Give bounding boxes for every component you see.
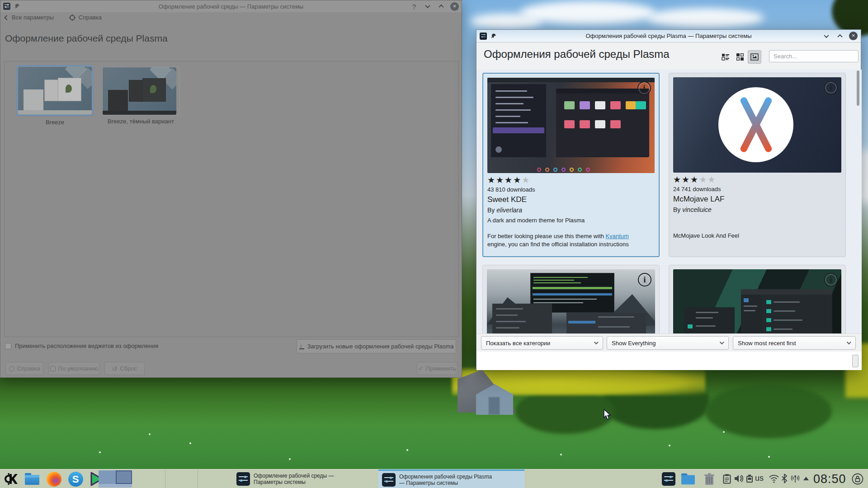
arrow-up-icon bbox=[803, 476, 809, 481]
help-icon bbox=[9, 366, 14, 371]
wifi-icon bbox=[769, 474, 779, 483]
theme-list: i ★★★★★ 43 810 downloads Sweet KDE By el… bbox=[476, 70, 862, 333]
pager-strip bbox=[99, 484, 132, 488]
firefox-launcher[interactable] bbox=[46, 471, 61, 487]
theme-card-mcmojave[interactable]: i ★★★★★ 24 741 downloads McMojave LAF By… bbox=[669, 73, 846, 257]
strip-scroll-handle[interactable] bbox=[852, 355, 859, 367]
theme-title: Sweet KDE bbox=[487, 195, 655, 204]
status-strip bbox=[476, 352, 862, 370]
kde-application-launcher[interactable] bbox=[3, 471, 18, 487]
network-antenna-icon[interactable] bbox=[791, 474, 800, 483]
bushes bbox=[705, 384, 832, 438]
view-icons-button[interactable] bbox=[733, 50, 747, 64]
desktop-1-cell[interactable] bbox=[99, 470, 116, 484]
desktop-2-cell[interactable] bbox=[116, 470, 132, 484]
sort-order-dropdown[interactable]: Show most recent first bbox=[733, 336, 856, 350]
info-icon[interactable]: i bbox=[637, 81, 651, 95]
kvantum-link[interactable]: Kvantum bbox=[606, 233, 629, 239]
theme-author: By vinceliuice bbox=[673, 206, 841, 213]
minimize-button[interactable] bbox=[437, 2, 446, 11]
digital-clock[interactable]: 08:50 bbox=[813, 472, 846, 486]
reset-button[interactable]: ↺ Сброс bbox=[104, 362, 145, 375]
dolphin-file-manager-launcher[interactable] bbox=[24, 471, 40, 487]
downloads-count: 43 810 downloads bbox=[487, 186, 655, 193]
apply-widget-layout-row[interactable]: Применить расположение виджетов из оформ… bbox=[5, 343, 158, 349]
task-button-system-settings[interactable]: Оформление рабочей среды — Параметры сис… bbox=[233, 469, 371, 488]
all-settings-back-button[interactable]: Все параметры bbox=[5, 14, 54, 21]
close-button[interactable]: × bbox=[450, 2, 459, 11]
download-icon bbox=[299, 343, 304, 349]
volume-icon bbox=[734, 474, 744, 483]
expand-tray-arrow[interactable] bbox=[803, 476, 809, 481]
close-button[interactable]: × bbox=[849, 32, 858, 40]
volume-icon[interactable] bbox=[734, 474, 744, 483]
view-preview-icon bbox=[750, 52, 759, 61]
titlebar[interactable]: Оформление рабочей среды — Параметры сис… bbox=[0, 0, 462, 12]
folder-icon bbox=[24, 472, 40, 486]
show-filter-dropdown[interactable]: Show Everything bbox=[607, 336, 729, 350]
filter-bar: Показать все категории Show Everything S… bbox=[476, 333, 862, 352]
view-details-button[interactable] bbox=[719, 50, 732, 64]
help-button[interactable]: ? bbox=[410, 2, 419, 11]
trash-icon bbox=[703, 473, 715, 485]
info-icon[interactable]: i bbox=[824, 273, 838, 286]
window-title: Оформление рабочей среды — Параметры сис… bbox=[0, 3, 462, 10]
task-button-get-new-themes[interactable]: Оформления рабочей среды Plasma — Параме… bbox=[378, 469, 524, 488]
clipboard-icon bbox=[723, 474, 731, 484]
tray-folder[interactable] bbox=[681, 473, 695, 485]
lock-widget[interactable] bbox=[852, 473, 863, 485]
house-window bbox=[488, 397, 500, 415]
apply-button[interactable]: ✓ Применить bbox=[417, 362, 458, 375]
theme-item-breeze[interactable]: Breeze bbox=[16, 65, 94, 126]
view-preview-button[interactable] bbox=[748, 50, 761, 64]
pin-icon[interactable] bbox=[14, 4, 19, 9]
view-details-icon bbox=[721, 52, 730, 61]
taskbar-separator bbox=[165, 469, 165, 488]
app-icon[interactable] bbox=[480, 33, 487, 40]
theme-card-sweet-kde[interactable]: i ★★★★★ 43 810 downloads Sweet KDE By el… bbox=[482, 73, 660, 257]
usb-device-icon bbox=[746, 474, 753, 483]
taskbar: S Оформление рабочей среды — Параметры с… bbox=[0, 469, 868, 488]
dialog-header: Оформления рабочей среды Plasma bbox=[476, 42, 861, 70]
skype-launcher[interactable]: S bbox=[68, 471, 83, 487]
info-icon[interactable]: i bbox=[638, 273, 651, 286]
minimize-button[interactable] bbox=[835, 32, 844, 41]
theme-grid: Breeze Breeze, тёмный вариант bbox=[4, 61, 459, 337]
system-settings-icon bbox=[236, 472, 250, 486]
shade-button[interactable] bbox=[423, 2, 432, 11]
usb-device-icon[interactable] bbox=[746, 474, 753, 483]
view-icons-icon bbox=[736, 52, 745, 61]
search-input[interactable] bbox=[769, 50, 859, 62]
info-icon[interactable]: i bbox=[824, 81, 838, 94]
pin-icon[interactable] bbox=[491, 33, 496, 39]
tray-system-settings[interactable] bbox=[662, 472, 675, 486]
shade-button[interactable] bbox=[822, 32, 831, 41]
checkbox[interactable] bbox=[5, 343, 11, 349]
theme-description: McMojave Look And Feel bbox=[673, 232, 832, 240]
trash-icon[interactable] bbox=[703, 473, 715, 485]
theme-card-partial[interactable]: i bbox=[669, 265, 846, 333]
bluetooth-icon[interactable] bbox=[782, 474, 787, 483]
breeze-thumbnail bbox=[18, 67, 92, 114]
footer-help-button[interactable]: Справка bbox=[5, 362, 43, 375]
clipboard-icon[interactable] bbox=[723, 474, 731, 484]
keyboard-layout-indicator[interactable]: us bbox=[755, 474, 764, 483]
frame bbox=[102, 67, 179, 115]
wifi-icon[interactable] bbox=[769, 474, 779, 483]
virtual-desktop-pager[interactable] bbox=[99, 470, 132, 488]
category-filter-dropdown[interactable]: Показать все категории bbox=[481, 336, 603, 350]
undo-icon: ↺ bbox=[112, 365, 118, 372]
titlebar[interactable]: Оформления рабочей среды Plasma — Параме… bbox=[476, 30, 861, 42]
list-scrollbar[interactable] bbox=[857, 70, 859, 106]
defaults-button[interactable]: По умолчанию bbox=[48, 362, 99, 375]
theme-item-breeze-dark[interactable]: Breeze, тёмный вариант bbox=[102, 67, 179, 125]
theme-screenshot: i bbox=[487, 269, 655, 333]
system-settings-icon bbox=[382, 473, 396, 487]
mouse-cursor bbox=[604, 409, 613, 422]
get-new-themes-button[interactable]: Загрузить новые оформления рабочей среды… bbox=[297, 339, 456, 353]
toolbar-help-button[interactable]: Справка bbox=[69, 14, 102, 21]
theme-summary bbox=[673, 216, 841, 225]
chevron-down-icon bbox=[847, 340, 851, 344]
theme-card-partial[interactable]: i bbox=[482, 265, 660, 333]
app-icon[interactable] bbox=[3, 3, 10, 10]
